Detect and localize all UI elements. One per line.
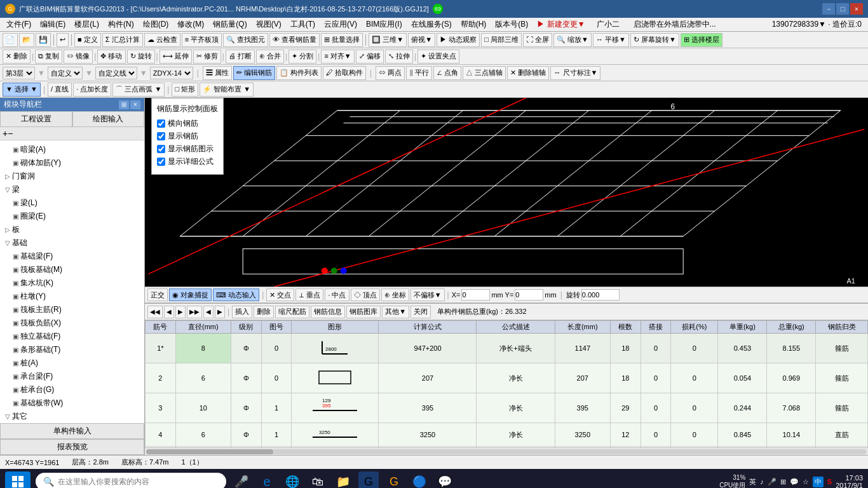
3d-viewport[interactable]: 6 A1 钢筋显示控制面板 横向钢筋 显示钢筋 — [145, 98, 868, 287]
tree-item-fabanjich[interactable]: ▣筏板基础(M) — [3, 263, 142, 276]
extend-btn[interactable]: ⟷ 延伸 — [159, 50, 192, 64]
search-bar[interactable]: 🔍 — [36, 473, 226, 488]
scrollbar-track[interactable] — [146, 449, 867, 454]
nav-drawing-link[interactable]: 绘图输入 — [72, 111, 145, 127]
tree-item-liang-l[interactable]: ▣梁(L) — [3, 196, 142, 210]
line-btn[interactable]: / 直线 — [48, 83, 72, 97]
nav-add-btn[interactable]: + — [3, 128, 8, 139]
menu-new-change[interactable]: ▶ 新建变更▼ — [533, 18, 588, 31]
tree-item-qita[interactable]: ▽其它 — [3, 410, 142, 423]
other-btn[interactable]: 其他▼ — [382, 306, 409, 318]
local-3d-btn[interactable]: □ 局部三维 — [481, 33, 522, 47]
tree-item-zhudun[interactable]: ▣柱墩(Y) — [3, 290, 142, 303]
nav-last-btn[interactable]: ▶▶ — [187, 306, 202, 318]
x-input[interactable] — [461, 289, 490, 301]
minimize-button[interactable]: － — [822, 3, 835, 15]
object-snap-btn[interactable]: ◉ 对象捕捉 — [169, 288, 212, 301]
rebar-lib-btn[interactable]: 钢筋图库 — [346, 306, 381, 318]
taskbar-app-wechat[interactable]: 💬 — [435, 471, 455, 488]
rotate-btn[interactable]: ↻ 旋转 — [127, 50, 155, 64]
scrollbar-thumb[interactable] — [146, 449, 273, 454]
no-offset-btn[interactable]: 不偏移▼ — [410, 288, 445, 301]
tray-vol[interactable]: ♪ — [760, 478, 764, 485]
scale-rebar-btn[interactable]: 缩尺配筋 — [275, 306, 309, 318]
new-btn[interactable]: 📄 — [3, 33, 18, 47]
tray-mic[interactable]: 🎤 — [768, 478, 776, 486]
parallel-btn[interactable]: ∥ 平行 — [406, 66, 432, 80]
menu-bim[interactable]: BIM应用(I) — [362, 18, 406, 31]
nav-prev-btn[interactable]: ◀ — [164, 306, 174, 318]
nav-engineering-link[interactable]: 工程设置 — [0, 111, 72, 127]
rect-btn[interactable]: □ 矩形 — [172, 83, 198, 97]
clock[interactable]: 17:03 2017/9/1 — [836, 474, 863, 488]
find-elem-btn[interactable]: 🔍 查找图元 — [223, 33, 268, 47]
zdyx14-select[interactable]: ZDYX-14 — [150, 67, 193, 79]
select-floor-btn[interactable]: ⊞ 选择楼层 — [681, 33, 722, 47]
gongshi-checkbox[interactable] — [157, 158, 165, 166]
menu-help[interactable]: 帮助(H) — [457, 18, 491, 31]
smart-arrange-btn[interactable]: ⚡ 智能布置 ▼ — [200, 83, 254, 97]
nav-remove-btn[interactable]: − — [8, 128, 13, 139]
angle-btn[interactable]: ∠ 点角 — [433, 66, 461, 80]
custom-select[interactable]: 自定义 — [48, 67, 83, 79]
3d-btn[interactable]: 🔲 三维▼ — [369, 33, 407, 47]
vertex-btn[interactable]: ✦ 设置夹点 — [417, 50, 459, 64]
endpoint-btn[interactable]: ◇ 顶点 — [351, 288, 380, 301]
tree-item-jishuikeng[interactable]: ▣集水坑(K) — [3, 276, 142, 290]
drag-btn[interactable]: ⤡ 拉伸 — [385, 50, 413, 64]
open-btn[interactable]: 📂 — [19, 33, 34, 47]
menu-modify[interactable]: 修改(M) — [173, 18, 208, 31]
rotate-input[interactable] — [581, 289, 620, 301]
dynamic-input-btn[interactable]: ⌨ 动态输入 — [213, 288, 259, 301]
move-btn2[interactable]: ✥ 移动 — [97, 50, 125, 64]
menu-gxe[interactable]: 广小二 — [593, 18, 623, 31]
tree-item-anliang[interactable]: ▣暗梁(A) — [3, 143, 142, 156]
menu-draw[interactable]: 绘图(D) — [139, 18, 173, 31]
trim-btn[interactable]: ✂ 修剪 — [193, 50, 221, 64]
taskbar-app-edge[interactable]: e — [257, 471, 277, 488]
define-btn[interactable]: ■ 定义 — [74, 33, 101, 47]
nav-close-btn[interactable]: × — [130, 100, 140, 109]
taskbar-app-gca[interactable]: G — [384, 471, 404, 488]
del-aux-btn[interactable]: ✕ 删除辅轴 — [507, 66, 549, 80]
taskbar-app-store[interactable]: 🛍 — [308, 471, 328, 488]
single-component-btn[interactable]: 单构件输入 — [0, 423, 144, 439]
tree-item-jichuliang[interactable]: ▣基础梁(F) — [3, 250, 142, 263]
rebar-info-btn[interactable]: 钢筋信息 — [311, 306, 345, 318]
maximize-button[interactable]: □ — [836, 3, 849, 15]
table-row[interactable]: 1* 8 Φ 0 2800 947+200 — [146, 334, 868, 363]
table-row[interactable]: 4 6 Φ 1 3250 3250 净长 — [146, 423, 868, 447]
tree-item-fabanzhuji[interactable]: ▣筏板主筋(R) — [3, 303, 142, 316]
edit-rebar-btn[interactable]: ✏ 编辑钢筋 — [233, 66, 275, 80]
tree-item-zhui[interactable]: ▣桩(A) — [3, 356, 142, 370]
tree-item-menchuangdong[interactable]: ▷门窗洞 — [3, 170, 142, 183]
nav-next-btn[interactable]: ▶ — [175, 306, 186, 318]
menu-tools[interactable]: 工具(T) — [287, 18, 319, 31]
fullscreen-btn[interactable]: ⛶ 全屏 — [523, 33, 552, 47]
taskbar-app-folder[interactable]: 📁 — [333, 471, 353, 488]
merge-btn[interactable]: ⊕ 合并 — [256, 50, 284, 64]
tray-ime[interactable]: 中 — [813, 477, 824, 487]
component-list-btn[interactable]: 📋 构件列表 — [276, 66, 322, 80]
intersection-btn[interactable]: ✕ 交点 — [266, 288, 294, 301]
orthogonal-btn[interactable]: 正交 — [147, 288, 168, 301]
tree-item-jichu[interactable]: ▽基础 — [3, 236, 142, 250]
menu-floor[interactable]: 楼层(L) — [71, 18, 103, 31]
tree-item-fabanzhufu[interactable]: ▣筏板负筋(X) — [3, 316, 142, 330]
point-extend-btn[interactable]: · 点加长度 — [73, 83, 111, 97]
perpendicular-btn[interactable]: ⊥ 垂点 — [295, 288, 323, 301]
table-row[interactable]: 2 6 Φ 0 207 净长 207 — [146, 363, 868, 393]
menu-component[interactable]: 构件(N) — [104, 18, 138, 31]
report-preview-btn[interactable]: 报表预览 — [0, 439, 144, 455]
tray-star[interactable]: ☆ — [803, 478, 809, 486]
save-btn[interactable]: 💾 — [36, 33, 51, 47]
divide-btn[interactable]: ✦ 分割 — [288, 50, 316, 64]
checkbox-xianshi[interactable]: 显示钢筋 — [157, 131, 218, 142]
tray-net[interactable]: ⊞ — [780, 478, 786, 486]
tray-msg[interactable]: 💬 — [790, 478, 799, 486]
hengxiang-checkbox[interactable] — [157, 119, 165, 128]
offset-btn[interactable]: ⤢ 偏移 — [356, 50, 384, 64]
tushi-checkbox[interactable] — [157, 145, 165, 153]
move-btn[interactable]: ↔ 平移▼ — [593, 33, 629, 47]
menu-online[interactable]: 在线服务(S) — [407, 18, 456, 31]
